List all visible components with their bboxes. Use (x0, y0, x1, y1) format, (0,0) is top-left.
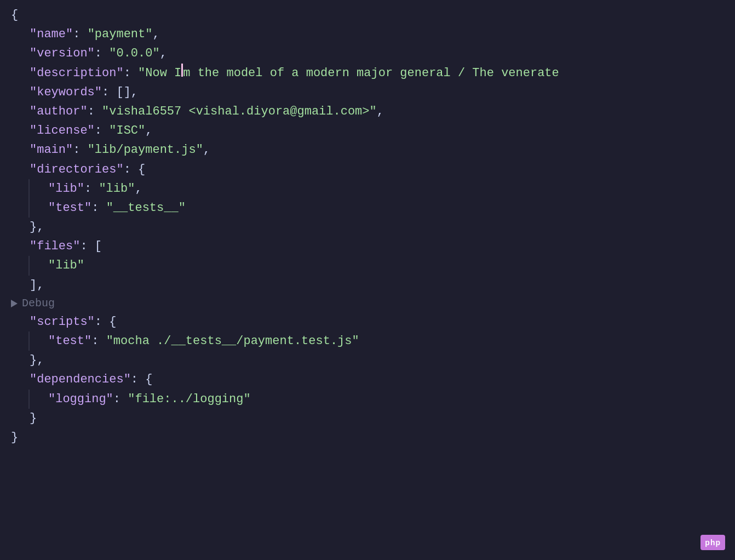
code-line: "scripts": { (0, 312, 735, 332)
code-line: { (0, 5, 735, 25)
json-key: "description" (30, 64, 124, 83)
code-line: "main": "lib/payment.js", (0, 140, 735, 159)
code-line: "author": "vishal6557 <vishal.diyora@gma… (0, 102, 735, 121)
json-value: "lib" (48, 256, 84, 275)
code-line: } (0, 428, 735, 447)
code-line: "test": "__tests__" (0, 198, 735, 218)
json-value-cont: m the model of a modern major general / … (183, 64, 559, 83)
json-key: "name" (30, 25, 73, 44)
code-line: "dependencies": { (0, 370, 735, 389)
code-editor: { "name": "payment", "version": "0.0.0",… (0, 0, 735, 560)
json-value: "mocha ./__tests__/payment.test.js" (106, 332, 359, 351)
json-key: "logging" (48, 390, 113, 409)
debug-line[interactable]: Debug (0, 295, 735, 312)
indent-guide (28, 198, 30, 218)
code-line: }, (0, 218, 735, 237)
json-value: "ISC" (109, 121, 145, 140)
open-brace: { (11, 5, 18, 25)
debug-label: Debug (22, 295, 55, 312)
json-value: "0.0.0" (109, 44, 159, 63)
code-line: "test": "mocha ./__tests__/payment.test.… (0, 332, 735, 351)
code-line: "logging": "file:../logging" (0, 390, 735, 409)
json-value: "__tests__" (106, 198, 186, 218)
json-value: "lib" (99, 179, 135, 198)
code-line: ], (0, 276, 735, 295)
code-line: "directories": { (0, 160, 735, 179)
code-line: "lib": "lib", (0, 179, 735, 198)
json-key: "keywords" (30, 83, 102, 102)
indent-guide (28, 179, 30, 198)
json-value: "Now I (138, 64, 181, 83)
indent-guide (28, 390, 30, 409)
json-key: "author" (30, 102, 88, 121)
json-value: "lib/payment.js" (88, 140, 203, 159)
code-line: "keywords": [], (0, 83, 735, 102)
php-badge: php (700, 535, 725, 550)
indent-guide (28, 332, 30, 351)
json-key: "dependencies" (30, 370, 131, 389)
play-icon (11, 300, 18, 307)
code-line: "license": "ISC", (0, 121, 735, 140)
json-key: "files" (30, 237, 80, 256)
code-line: "description": "Now Im the model of a mo… (0, 64, 735, 83)
json-key: "scripts" (30, 312, 95, 332)
json-key: "version" (30, 44, 95, 63)
json-key: "lib" (48, 179, 84, 198)
json-key: "test" (48, 332, 91, 351)
indent-guide (28, 256, 30, 275)
json-key: "directories" (30, 160, 124, 179)
code-line: }, (0, 351, 735, 370)
code-line: "lib" (0, 256, 735, 275)
code-line: } (0, 409, 735, 428)
json-key: "main" (30, 140, 73, 159)
json-value: "vishal6557 <vishal.diyora@gmail.com>" (102, 102, 377, 121)
json-key: "license" (30, 121, 95, 140)
code-line: "files": [ (0, 237, 735, 256)
code-line: "version": "0.0.0", (0, 44, 735, 63)
json-key: "test" (48, 198, 91, 218)
code-line: "name": "payment", (0, 25, 735, 44)
json-value: "file:../logging" (128, 390, 250, 409)
json-value: "payment" (88, 25, 153, 44)
